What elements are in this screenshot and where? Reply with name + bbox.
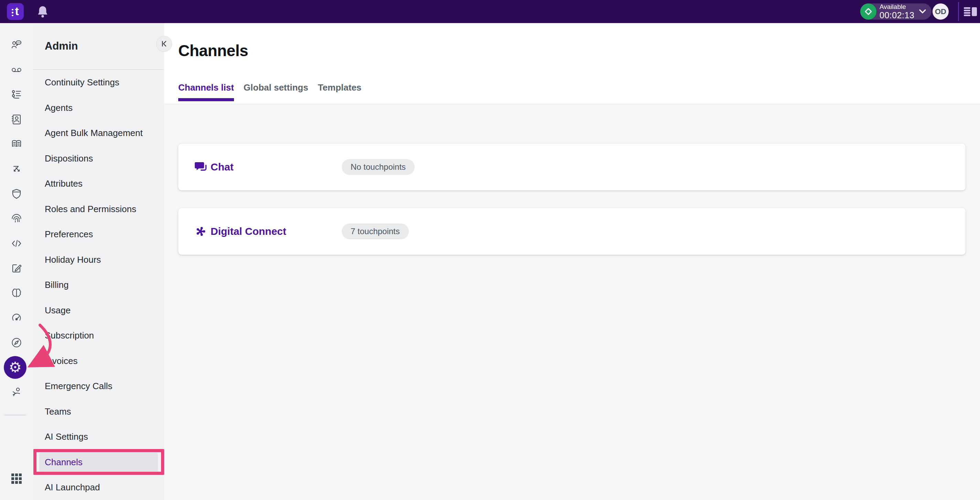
sidebar-item[interactable]: Agent Bulk Management [39, 120, 158, 146]
channel-card-title: Digital Connect [211, 225, 286, 237]
developer-code-icon[interactable] [9, 236, 24, 251]
status-timer: 00:02:13 [880, 11, 914, 20]
channel-card-title: Chat [211, 161, 234, 173]
channel-card[interactable]: Digital Connect 7 touchpoints [178, 208, 966, 255]
status-label: Available [880, 3, 914, 10]
channel-cards: Chat No touchpoints [178, 144, 966, 255]
sidebar-item[interactable]: Dispositions [39, 146, 158, 171]
tab[interactable]: Channels list [178, 82, 234, 101]
sidebar-item[interactable]: Channels [39, 450, 158, 475]
sidebar-item[interactable]: AI Launchpad [39, 475, 158, 500]
library-icon[interactable] [9, 137, 24, 152]
sidebar-item[interactable]: Continuity Settings [39, 70, 158, 95]
topbar-divider [958, 2, 959, 21]
compose-icon[interactable] [9, 261, 24, 275]
contacts-icon[interactable] [9, 112, 24, 127]
agent-status-pill[interactable]: Available 00:02:13 [860, 3, 931, 20]
icon-rail: ⚙ [0, 23, 33, 500]
tab[interactable]: Templates [318, 82, 362, 101]
workforce-icon[interactable] [9, 385, 24, 399]
sidebar-item[interactable]: Emergency Calls [39, 374, 158, 399]
conversations-icon[interactable] [9, 38, 24, 52]
available-diamond-icon [860, 3, 877, 20]
logo-letter: t [15, 5, 19, 17]
routing-flow-icon[interactable] [9, 162, 24, 176]
dashboard-gauge-icon[interactable] [9, 311, 24, 325]
guardian-shield-icon[interactable] [9, 187, 24, 201]
touchpoints-badge: 7 touchpoints [342, 224, 409, 239]
digital-connect-icon [194, 225, 207, 238]
sidebar-menu: Continuity Settings Agents Agent Bulk Ma… [33, 70, 164, 500]
sidebar-item[interactable]: Roles and Permissions [39, 196, 158, 222]
admin-sidebar: Admin Continuity Settings Agents Agent B… [33, 23, 164, 500]
sidebar-item[interactable]: Agents [39, 95, 158, 121]
sidebar-header: Admin [33, 23, 164, 69]
app-logo[interactable]: t [7, 3, 24, 20]
sidebar-item[interactable]: Billing [39, 272, 158, 298]
main-content: Channels Channels list Global settings T… [164, 23, 980, 500]
sidebar-item[interactable]: Holiday Hours [39, 247, 158, 273]
channels-list-area: Chat No touchpoints [164, 104, 980, 500]
logo-dots-icon [12, 9, 13, 16]
sidebar-item[interactable]: Preferences [39, 222, 158, 247]
gear-glyph: ⚙ [9, 360, 22, 375]
conversations-panel-icon[interactable] [964, 6, 977, 19]
explore-compass-icon[interactable] [9, 335, 24, 350]
tab-bar: Channels list Global settings Templates [178, 82, 361, 101]
chevron-down-icon [919, 9, 926, 14]
voicemail-icon[interactable] [9, 63, 24, 77]
sidebar-item[interactable]: AI Settings [39, 424, 158, 450]
avatar[interactable]: OD [932, 3, 949, 20]
activity-list-icon[interactable] [9, 88, 24, 102]
identity-fingerprint-icon[interactable] [9, 211, 24, 226]
touchpoints-badge: No touchpoints [342, 159, 415, 175]
sidebar-item[interactable]: Usage [39, 298, 158, 323]
collapse-panel-icon[interactable] [156, 36, 172, 52]
apps-grid-icon[interactable] [9, 471, 24, 486]
channel-card[interactable]: Chat No touchpoints [178, 144, 966, 190]
topbar: t Available 00:02:13 OD [0, 0, 980, 23]
sidebar-item[interactable]: Teams [39, 399, 158, 425]
sidebar-item[interactable]: Attributes [39, 171, 158, 196]
sidebar-item[interactable]: Invoices [39, 348, 158, 374]
rail-divider [5, 415, 26, 415]
sidebar-item[interactable]: Subscription [39, 323, 158, 348]
ai-brain-icon[interactable] [9, 286, 24, 300]
chat-icon [194, 161, 207, 173]
tab[interactable]: Global settings [243, 82, 308, 101]
sidebar-title: Admin [45, 40, 78, 52]
page-title: Channels [178, 42, 248, 60]
notifications-bell-icon[interactable] [37, 5, 49, 18]
settings-gear-icon[interactable]: ⚙ [4, 356, 27, 379]
